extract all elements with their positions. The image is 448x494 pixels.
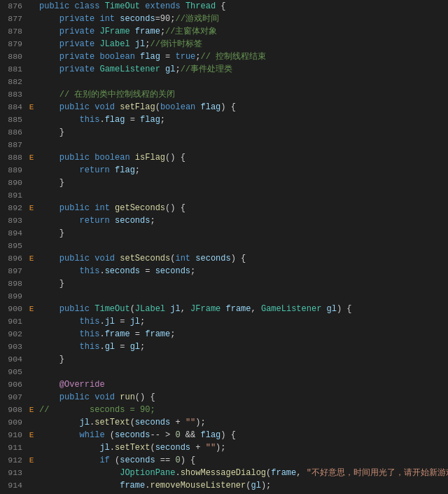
line-number: 884 xyxy=(0,101,27,114)
line-marker xyxy=(27,227,36,240)
line-content xyxy=(36,240,448,252)
line-content: if (seconds == 0) { xyxy=(36,454,448,467)
line-content: return flag; xyxy=(36,164,448,177)
table-row: 895 xyxy=(0,240,448,252)
table-row: 879 private JLabel jl;//倒计时标签 xyxy=(0,38,448,50)
line-number: 909 xyxy=(0,416,27,429)
line-marker xyxy=(27,479,36,492)
line-number: 887 xyxy=(0,139,27,151)
line-number: 903 xyxy=(0,341,27,353)
line-number: 883 xyxy=(0,88,27,101)
line-number: 894 xyxy=(0,227,27,240)
line-content: public void setSeconds(int seconds) { xyxy=(36,252,448,265)
line-content xyxy=(36,366,448,378)
line-number: 911 xyxy=(0,441,27,454)
line-marker xyxy=(27,114,36,126)
line-number: 890 xyxy=(0,177,27,189)
table-row: 886 } xyxy=(0,126,448,139)
line-marker: E xyxy=(27,454,36,467)
table-row: 898 } xyxy=(0,277,448,290)
line-marker xyxy=(27,214,36,227)
line-content: public int getSeconds() { xyxy=(36,202,448,214)
line-marker xyxy=(27,315,36,328)
line-marker xyxy=(27,441,36,454)
line-marker: E xyxy=(27,101,36,114)
line-number: 876 xyxy=(0,0,27,13)
line-content: this.seconds = seconds; xyxy=(36,265,448,277)
line-content: jl.setText(seconds + ""); xyxy=(36,441,448,454)
table-row: 889 return flag; xyxy=(0,164,448,177)
table-row: 899 xyxy=(0,290,448,303)
line-number: 898 xyxy=(0,277,27,290)
table-row: 878 private JFrame frame;//主窗体对象 xyxy=(0,25,448,38)
line-number: 902 xyxy=(0,328,27,341)
line-content: this.flag = flag; xyxy=(36,114,448,126)
line-marker xyxy=(27,353,36,366)
table-row: 882 xyxy=(0,76,448,88)
line-marker xyxy=(27,366,36,378)
table-row: 887 xyxy=(0,139,448,151)
line-content: private JLabel jl;//倒计时标签 xyxy=(36,38,448,50)
table-row: 885 this.flag = flag; xyxy=(0,114,448,126)
line-content: } xyxy=(36,177,448,189)
table-row: 876public class TimeOut extends Thread { xyxy=(0,0,448,13)
line-number: 900 xyxy=(0,303,27,315)
line-marker: E xyxy=(27,151,36,164)
line-content: } xyxy=(36,227,448,240)
table-row: 894 } xyxy=(0,227,448,240)
table-row: 896E public void setSeconds(int seconds)… xyxy=(0,252,448,265)
table-row: 891 xyxy=(0,189,448,202)
line-marker: E xyxy=(27,252,36,265)
line-marker xyxy=(27,126,36,139)
line-number: 895 xyxy=(0,240,27,252)
table-row: 890 } xyxy=(0,177,448,189)
line-content: private GameListener gl;//事件处理类 xyxy=(36,63,448,76)
line-number: 878 xyxy=(0,25,27,38)
line-content: public TimeOut(JLabel jl, JFrame frame, … xyxy=(36,303,448,315)
line-marker xyxy=(27,50,36,63)
line-number: 905 xyxy=(0,366,27,378)
line-marker xyxy=(27,0,36,13)
line-number: 906 xyxy=(0,378,27,391)
line-marker: E xyxy=(27,303,36,315)
line-marker xyxy=(27,265,36,277)
line-marker xyxy=(27,391,36,404)
line-marker: E xyxy=(27,404,36,416)
line-number: 892 xyxy=(0,202,27,214)
line-number: 886 xyxy=(0,126,27,139)
line-number: 885 xyxy=(0,114,27,126)
line-content: JOptionPane.showMessageDialog(frame, "不好… xyxy=(36,467,448,479)
line-content: this.gl = gl; xyxy=(36,341,448,353)
table-row: 910E while (seconds-- > 0 && flag) { xyxy=(0,429,448,441)
table-row: 906 @Override xyxy=(0,378,448,391)
line-number: 901 xyxy=(0,315,27,328)
line-content: frame.removeMouseListener(gl); xyxy=(36,479,448,492)
line-number: 893 xyxy=(0,214,27,227)
line-marker xyxy=(27,416,36,429)
line-marker xyxy=(27,328,36,341)
line-marker xyxy=(27,467,36,479)
code-editor: 876public class TimeOut extends Thread {… xyxy=(0,0,448,494)
line-number: 881 xyxy=(0,63,27,76)
table-row: 893 return seconds; xyxy=(0,214,448,227)
line-content xyxy=(36,290,448,303)
line-marker xyxy=(27,189,36,202)
line-number: 910 xyxy=(0,429,27,441)
line-marker xyxy=(27,277,36,290)
table-row: 913 JOptionPane.showMessageDialog(frame,… xyxy=(0,467,448,479)
line-marker xyxy=(27,63,36,76)
line-marker: E xyxy=(27,202,36,214)
line-marker xyxy=(27,38,36,50)
table-row: 905 xyxy=(0,366,448,378)
line-number: 880 xyxy=(0,50,27,63)
line-content: } xyxy=(36,126,448,139)
table-row: 883 // 在别的类中控制线程的关闭 xyxy=(0,88,448,101)
table-row: 909 jl.setText(seconds + ""); xyxy=(0,416,448,429)
line-content: public boolean isFlag() { xyxy=(36,151,448,164)
line-content xyxy=(36,189,448,202)
line-content xyxy=(36,139,448,151)
line-marker xyxy=(27,88,36,101)
line-content: return seconds; xyxy=(36,214,448,227)
line-content: jl.setText(seconds + ""); xyxy=(36,416,448,429)
line-content: // seconds = 90; xyxy=(36,404,448,416)
